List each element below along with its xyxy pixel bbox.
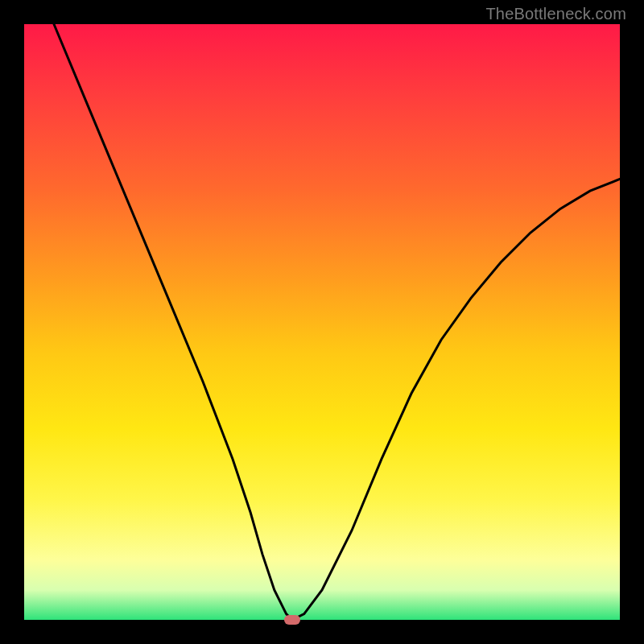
chart-frame: TheBottleneck.com — [0, 0, 644, 644]
bottleneck-curve — [24, 24, 620, 620]
watermark-text: TheBottleneck.com — [485, 5, 626, 23]
plot-area — [24, 24, 620, 620]
curve-minimum-marker — [284, 615, 300, 625]
